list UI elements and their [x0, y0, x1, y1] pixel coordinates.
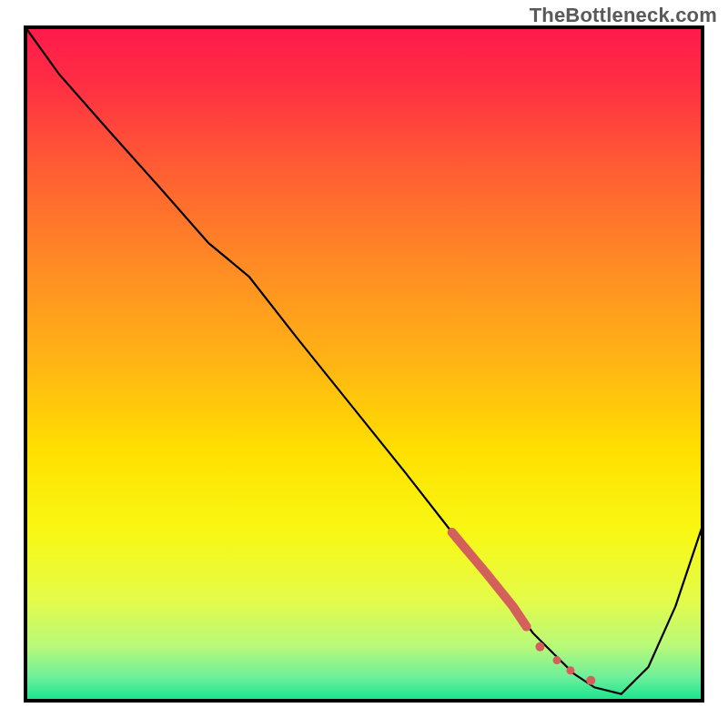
watermark-text: TheBottleneck.com	[530, 4, 717, 27]
highlight-dot	[535, 642, 544, 652]
chart-frame: TheBottleneck.com	[0, 0, 728, 728]
highlight-dot	[566, 666, 574, 674]
highlight-dot	[586, 676, 595, 685]
highlight-dot	[553, 656, 561, 664]
plot-background	[25, 27, 703, 701]
chart-svg	[0, 0, 728, 728]
